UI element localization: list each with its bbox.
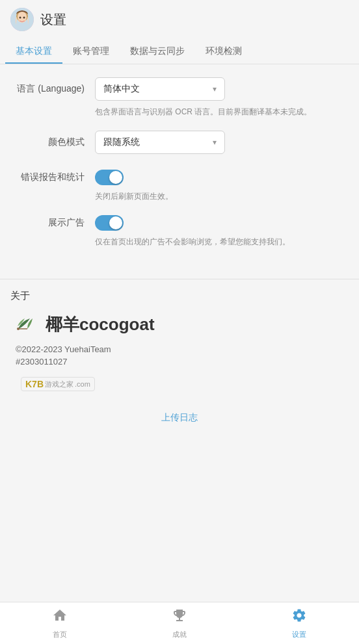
svg-point-3 [18, 12, 27, 22]
cocogoat-icon [16, 313, 39, 337]
show-ads-control [95, 215, 349, 231]
about-title: 关于 [10, 290, 349, 302]
tab-basic[interactable]: 基本设置 [5, 39, 62, 64]
color-mode-select-wrapper: 跟随系统 ▾ [95, 131, 349, 154]
svg-point-4 [20, 17, 21, 19]
nav-item-achievements[interactable]: 成就 [120, 602, 239, 645]
about-logo-text: 椰羊cocogoat [46, 313, 155, 336]
show-ads-note: 仅在首页出现的广告不会影响浏览，希望您能支持我们。 [95, 236, 349, 248]
show-ads-toggle[interactable] [95, 215, 124, 231]
chevron-down-icon-2: ▾ [213, 138, 217, 147]
page-title: 设置 [40, 11, 66, 29]
about-section: 关于 椰羊cocogoat ©2022-2023 YuehaiTeam #230… [0, 290, 359, 426]
home-icon [52, 608, 68, 627]
error-report-row: 错误报告和统计 [10, 170, 349, 185]
tab-cloud[interactable]: 数据与云同步 [120, 39, 195, 64]
watermark-area: K7B 游戏之家 .com [10, 377, 349, 399]
error-report-note: 关闭后刷新页面生效。 [95, 190, 349, 202]
color-mode-select[interactable]: 跟随系统 ▾ [95, 131, 225, 154]
about-copyright: ©2022-2023 YuehaiTeam [10, 344, 349, 354]
watermark-domain: .com [75, 380, 90, 388]
gear-icon [291, 608, 307, 627]
tab-env[interactable]: 环境检测 [195, 39, 252, 64]
avatar-image [10, 8, 34, 31]
color-mode-value: 跟随系统 [103, 136, 140, 148]
error-report-control [95, 170, 349, 185]
language-row: 语言 (Language) 简体中文 ▾ [10, 77, 349, 101]
tab-bar: 基本设置 账号管理 数据与云同步 环境检测 [0, 39, 359, 64]
nav-label-achievements: 成就 [172, 630, 187, 639]
color-mode-label: 颜色模式 [10, 136, 95, 148]
section-divider [0, 279, 359, 279]
upload-log-button[interactable]: 上传日志 [10, 409, 349, 426]
watermark-icon: K7B [25, 379, 44, 389]
watermark-text: 游戏之家 [45, 380, 73, 389]
language-note: 包含界面语言与识别器 OCR 语言。目前界面翻译基本未完成。 [95, 106, 349, 118]
watermark-badge: K7B 游戏之家 .com [21, 377, 95, 391]
show-ads-row: 展示广告 [10, 215, 349, 231]
avatar [10, 8, 34, 31]
tab-account[interactable]: 账号管理 [62, 39, 120, 64]
bottom-navigation: 首页 成就 设置 [0, 602, 359, 644]
trophy-icon [172, 608, 187, 627]
language-value: 简体中文 [103, 83, 140, 95]
error-report-label: 错误报告和统计 [10, 172, 95, 183]
about-build-id: #2303011027 [10, 357, 349, 367]
language-select-wrapper: 简体中文 ▾ [95, 77, 349, 101]
nav-item-settings[interactable]: 设置 [239, 602, 359, 645]
nav-label-settings: 设置 [292, 630, 306, 639]
language-label: 语言 (Language) [10, 83, 95, 95]
error-report-toggle[interactable] [95, 170, 124, 185]
language-select-box[interactable]: 简体中文 ▾ [95, 77, 225, 101]
color-mode-row: 颜色模式 跟随系统 ▾ [10, 131, 349, 154]
settings-content: 语言 (Language) 简体中文 ▾ 包含界面语言与识别器 OCR 语言。目… [0, 64, 359, 274]
nav-item-home[interactable]: 首页 [0, 602, 120, 645]
language-select[interactable]: 简体中文 ▾ [95, 77, 225, 101]
show-ads-label: 展示广告 [10, 217, 95, 229]
color-mode-select-box[interactable]: 跟随系统 ▾ [95, 131, 225, 154]
app-header: 设置 [0, 0, 359, 39]
svg-point-5 [23, 17, 25, 19]
nav-label-home: 首页 [53, 630, 67, 639]
about-logo-row: 椰羊cocogoat [10, 313, 349, 337]
chevron-down-icon: ▾ [213, 84, 217, 94]
